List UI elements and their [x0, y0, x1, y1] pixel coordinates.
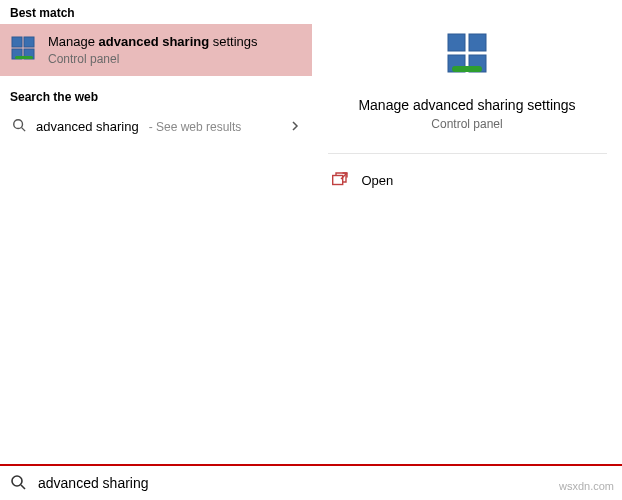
svg-rect-4 — [15, 56, 33, 59]
svg-point-13 — [12, 476, 22, 486]
section-header-best-match: Best match — [0, 0, 312, 24]
search-input[interactable] — [36, 474, 612, 492]
svg-rect-8 — [469, 34, 486, 51]
details-subtitle: Control panel — [431, 117, 502, 131]
best-match-text: Manage advanced sharing settings Control… — [48, 34, 258, 66]
sharing-settings-icon — [10, 34, 38, 62]
svg-point-5 — [14, 120, 23, 129]
svg-rect-7 — [448, 34, 465, 51]
best-match-title-prefix: Manage — [48, 34, 99, 49]
svg-line-6 — [22, 128, 26, 132]
open-action[interactable]: Open — [328, 164, 607, 197]
svg-rect-12 — [332, 176, 342, 185]
web-search-result[interactable]: advanced sharing - See web results — [0, 108, 312, 145]
web-query: advanced sharing — [36, 119, 139, 134]
open-icon — [332, 172, 348, 189]
web-hint: - See web results — [149, 120, 242, 134]
search-icon — [12, 118, 26, 135]
open-label: Open — [362, 173, 394, 188]
divider — [328, 153, 607, 154]
svg-rect-0 — [12, 37, 22, 47]
details-title: Manage advanced sharing settings — [358, 97, 575, 113]
section-header-web: Search the web — [0, 84, 312, 108]
sharing-settings-large-icon — [444, 30, 490, 79]
svg-rect-1 — [24, 37, 34, 47]
search-bar — [0, 464, 622, 500]
chevron-right-icon — [290, 120, 300, 134]
best-match-result[interactable]: Manage advanced sharing settings Control… — [0, 24, 312, 76]
svg-line-14 — [21, 485, 25, 489]
svg-rect-11 — [452, 66, 482, 72]
best-match-title-bold: advanced sharing — [99, 34, 210, 49]
best-match-subtitle: Control panel — [48, 52, 258, 66]
results-panel: Best match Manage advanced sharing setti… — [0, 0, 312, 464]
best-match-title-suffix: settings — [209, 34, 257, 49]
details-panel: Manage advanced sharing settings Control… — [312, 0, 622, 464]
search-icon — [10, 474, 26, 493]
